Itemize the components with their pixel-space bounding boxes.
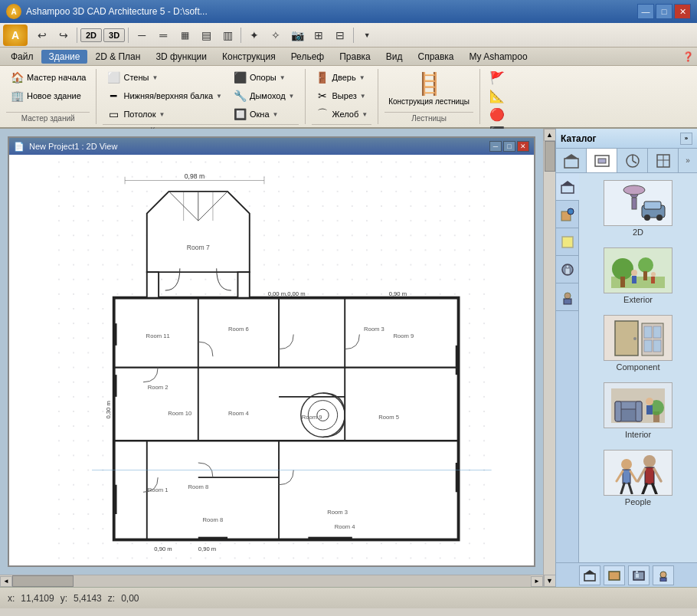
catalog-bottom-btn-3[interactable]: [628, 565, 650, 585]
help-icon-btn[interactable]: ❓: [682, 51, 694, 62]
horizontal-scroll-thumb[interactable]: [12, 575, 74, 587]
drawing-container: 📄 New Project1 : 2D View ─ □ ✕: [0, 129, 543, 575]
svg-rect-56: [564, 159, 578, 168]
scroll-up-button[interactable]: ▲: [544, 129, 556, 141]
menu-edit[interactable]: Правка: [332, 50, 378, 64]
svg-line-119: [653, 484, 656, 494]
camera-button[interactable]: 📷: [287, 25, 307, 45]
catalog-bottom-btn-2[interactable]: [604, 565, 625, 585]
catalog-tab-4[interactable]: [648, 149, 679, 172]
title-bar-controls: — □ ✕: [637, 4, 691, 19]
dw-close-button[interactable]: ✕: [517, 141, 529, 152]
hatch-button[interactable]: ▤: [196, 25, 216, 45]
ceiling-button[interactable]: ▭ Потолок ▼: [103, 106, 226, 123]
svg-rect-124: [636, 574, 639, 578]
scroll-right-button[interactable]: ►: [531, 576, 543, 587]
catalog-tab-expand-icon[interactable]: »: [679, 149, 697, 172]
menu-3d-functions[interactable]: 3D функции: [148, 50, 214, 64]
x-value: 11,4109: [21, 593, 54, 604]
vertical-scrollbar[interactable]: ▲ ▼: [543, 129, 555, 587]
horizontal-scrollbar[interactable]: ◄ ►: [0, 575, 543, 587]
3d-view-button[interactable]: 3D: [103, 28, 125, 42]
gutter-button[interactable]: ⌒ Желоб ▼: [312, 106, 372, 123]
windows-button[interactable]: 🔲 Окна ▼: [229, 106, 299, 123]
menu-construction[interactable]: Конструкция: [214, 50, 283, 64]
cutout-icon: ✂: [316, 89, 329, 103]
supports-button[interactable]: ⬛ Опоры ▼: [229, 69, 299, 86]
beam-button[interactable]: ━ Нижняя/верхняя балка ▼: [103, 87, 226, 104]
drawing-canvas[interactable]: 0,98 m: [9, 155, 534, 565]
catalog-bottom-btn-4[interactable]: [653, 565, 674, 585]
start-wizard-button[interactable]: 🏠 Мастер начала: [6, 69, 90, 86]
pattern-button[interactable]: ▥: [218, 25, 237, 45]
dw-maximize-button[interactable]: □: [503, 141, 515, 152]
measure-button[interactable]: ✧: [266, 25, 286, 45]
menu-view[interactable]: Вид: [378, 50, 411, 64]
catalog-bottom: [556, 562, 697, 587]
catalog-title: Каталог: [561, 133, 597, 144]
catalog-tab-2[interactable]: [587, 149, 617, 172]
redo-button[interactable]: ↪: [54, 25, 74, 45]
minimize-button[interactable]: —: [637, 4, 654, 19]
chimney-button[interactable]: 🔧 Дымоход ▼: [229, 87, 299, 104]
catalog-bottom-btn-1[interactable]: [579, 565, 600, 585]
catalog-left-tab-4[interactable]: [556, 256, 579, 283]
menu-2d-plan[interactable]: 2D & План: [87, 50, 148, 64]
svg-line-111: [630, 471, 636, 481]
catalog-thumb-people: [604, 450, 672, 496]
menu-help[interactable]: Справка: [410, 50, 461, 64]
horizontal-scroll-track[interactable]: [12, 575, 531, 587]
catalog-item-interior[interactable]: Interior: [582, 378, 694, 443]
drawing-window-titlebar: 📄 New Project1 : 2D View ─ □ ✕: [9, 138, 534, 155]
scroll-left-button[interactable]: ◄: [0, 576, 12, 587]
svg-rect-95: [644, 326, 652, 338]
cutout-button[interactable]: ✂ Вырез ▼: [312, 87, 372, 104]
catalog-left-tab-2[interactable]: [556, 201, 579, 228]
stair-construction-button[interactable]: 🪜 Конструкция лестницы: [384, 69, 473, 108]
walls-button[interactable]: ⬜ Стены ▼: [103, 69, 226, 86]
catalog-item-people[interactable]: People: [582, 446, 694, 510]
double-line-button[interactable]: ═: [153, 25, 173, 45]
grid-button[interactable]: ▦: [175, 25, 195, 45]
app-icon-button[interactable]: A: [3, 25, 28, 46]
cutout-dropdown-icon: ▼: [360, 93, 366, 100]
line-tool-button[interactable]: ─: [132, 25, 152, 45]
roof-btn-1[interactable]: 🚩: [486, 69, 508, 86]
catalog-label-people: People: [625, 497, 651, 506]
doors-button[interactable]: 🚪 Дверь ▼: [312, 69, 372, 86]
catalog-item-2d[interactable]: 2D: [582, 176, 694, 241]
maximize-button[interactable]: □: [656, 4, 672, 19]
options-button[interactable]: ⊟: [330, 25, 350, 45]
catalog-tab-4-icon: [655, 152, 672, 169]
close-button[interactable]: ✕: [674, 4, 691, 19]
catalog-left-tab-5[interactable]: [556, 283, 579, 311]
catalog-left-tab-1[interactable]: [556, 173, 579, 201]
roof-icon-3: 🔴: [490, 107, 504, 121]
menu-myashampoo[interactable]: My Ashampoo: [462, 50, 535, 64]
doors-group-label: [312, 124, 372, 128]
undo-button[interactable]: ↩: [32, 25, 52, 45]
catalog-item-component[interactable]: Component: [582, 311, 694, 375]
bottom-btn-2-icon: [608, 569, 620, 582]
roof-btn-2[interactable]: 📐: [486, 87, 508, 104]
scroll-thumb[interactable]: [545, 141, 555, 172]
scroll-track[interactable]: [544, 141, 555, 575]
catalog-item-exterior[interactable]: Exterior: [582, 244, 694, 308]
new-building-button[interactable]: 🏢 Новое здание: [6, 87, 90, 104]
catalog-tab-1[interactable]: [556, 149, 587, 172]
menu-file[interactable]: Файл: [3, 50, 41, 64]
thumb-people-svg: [607, 452, 669, 494]
catalog-left-tab-3[interactable]: [556, 228, 579, 256]
menu-relief[interactable]: Рельеф: [283, 50, 332, 64]
2d-view-button[interactable]: 2D: [80, 28, 102, 42]
supports-dropdown-icon: ▼: [280, 74, 286, 81]
grid-view-button[interactable]: ⊞: [309, 25, 329, 45]
dw-minimize-button[interactable]: ─: [489, 141, 502, 152]
catalog-tab-3[interactable]: [617, 149, 648, 172]
scroll-down-button[interactable]: ▼: [544, 575, 556, 587]
menu-building[interactable]: Здание: [41, 50, 88, 64]
snap-button[interactable]: ✦: [244, 25, 264, 45]
roof-btn-3[interactable]: 🔴: [486, 106, 508, 123]
dropdown-arrow-icon[interactable]: ▼: [357, 25, 377, 45]
catalog-expand-button[interactable]: »: [680, 133, 692, 145]
